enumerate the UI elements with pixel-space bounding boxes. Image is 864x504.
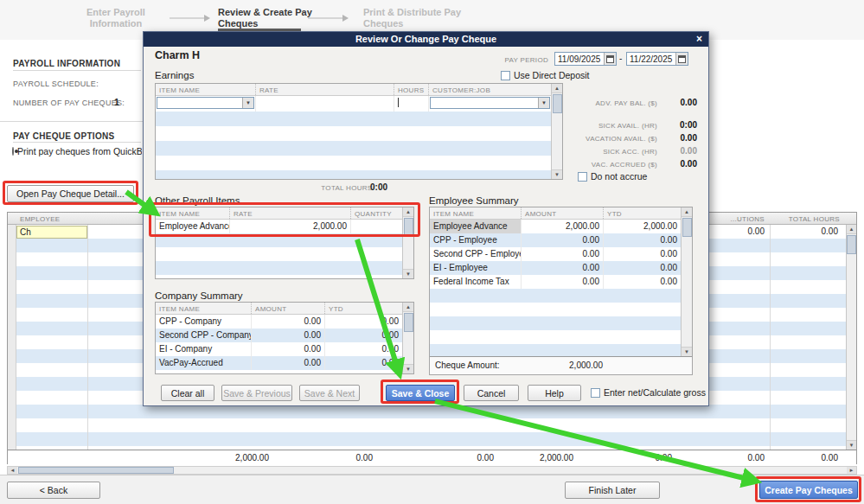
hours-column-header[interactable]: HOURS	[394, 84, 428, 95]
calendar-icon[interactable]	[675, 53, 688, 65]
quantity-cell[interactable]	[350, 220, 402, 233]
company-summary-row[interactable]: CPP - Company 0.00 0.00	[156, 315, 402, 329]
calendar-icon[interactable]	[604, 53, 616, 65]
scroll-up-icon[interactable]: ▲	[552, 84, 562, 93]
employee-summary-scrollbar[interactable]: ▲ ▼	[681, 207, 692, 356]
other-payroll-row[interactable]: Employee Advance 2,000.00	[156, 220, 402, 233]
ytd-column-header[interactable]: YTD	[603, 207, 681, 219]
checkbox-icon	[578, 172, 587, 182]
text-caret	[398, 98, 399, 107]
rate-cell[interactable]: 2,000.00	[229, 220, 350, 233]
employee-name-cell[interactable]: Ch	[16, 226, 87, 239]
use-direct-deposit-checkbox[interactable]: Use Direct Deposit	[501, 70, 590, 80]
scrollbar-thumb[interactable]	[682, 218, 692, 237]
pay-period-end-input[interactable]: 11/22/2025	[626, 52, 688, 66]
employee-summary-empty-row[interactable]	[430, 330, 681, 344]
num-pay-cheques-value: 1	[114, 97, 119, 107]
do-not-accrue-checkbox[interactable]: Do not accrue	[578, 171, 647, 182]
back-button[interactable]: < Back	[7, 482, 100, 499]
amount-column-header[interactable]: AMOUNT	[521, 207, 603, 219]
employee-column-header[interactable]: EMPLOYEE	[20, 215, 60, 223]
company-summary-row[interactable]: VacPay-Accrued 0.00 0.00	[156, 356, 402, 370]
item-name-column-header[interactable]: ITEM NAME	[156, 207, 229, 219]
scroll-down-icon[interactable]: ▼	[403, 364, 413, 373]
enter-net-calculate-gross-checkbox[interactable]: Enter net/Calculate gross	[591, 387, 706, 398]
scroll-up-icon[interactable]: ▲	[847, 225, 856, 234]
other-payroll-scrollbar[interactable]: ▲ ▼	[402, 207, 413, 278]
employee-summary-row[interactable]: CPP - Employee 0.00 0.00	[430, 233, 681, 247]
earnings-empty-row[interactable]	[156, 126, 551, 141]
scroll-left-icon[interactable]: ◄	[8, 467, 17, 474]
customer-job-column-header[interactable]: CUSTOMER:JOB	[428, 84, 551, 95]
scroll-down-icon[interactable]: ▼	[403, 269, 413, 278]
scroll-down-icon[interactable]: ▼	[847, 440, 856, 450]
rate-cell[interactable]	[255, 96, 394, 112]
checkbox-icon	[591, 388, 600, 398]
ytd-column-header[interactable]: YTD	[324, 303, 402, 314]
cancel-button[interactable]: Cancel	[464, 385, 519, 401]
scroll-down-icon[interactable]: ▼	[552, 169, 562, 179]
company-summary-row[interactable]: EI - Company 0.00 0.00	[156, 342, 402, 356]
pay-period-end-value: 11/22/2025	[627, 54, 675, 64]
sick-avail-line: SICK AVAIL. (HR) 0:00	[552, 120, 697, 130]
employee-summary-empty-row[interactable]	[430, 289, 681, 303]
amount-column-header[interactable]: AMOUNT	[251, 303, 324, 314]
employee-summary-row[interactable]: Second CPP - Employee 0.00 0.00	[430, 247, 681, 261]
scroll-down-icon[interactable]: ▼	[682, 347, 692, 356]
scrollbar-thumb[interactable]	[847, 235, 856, 254]
earnings-entry-row[interactable]: ▼ ▼	[156, 96, 551, 112]
sick-avail-value: 0:00	[657, 120, 697, 130]
item-name-column-header[interactable]: ITEM NAME	[430, 207, 521, 219]
item-name-cell[interactable]: Employee Advance	[156, 220, 229, 233]
save-and-close-button[interactable]: Save & Close	[386, 385, 455, 401]
scroll-up-icon[interactable]: ▲	[403, 207, 413, 217]
hours-cell[interactable]	[394, 96, 428, 112]
company-summary-scrollbar[interactable]: ▲ ▼	[402, 303, 413, 373]
earnings-empty-row[interactable]	[156, 112, 551, 126]
employee-table-scrollbar[interactable]: ▲ ▼	[846, 225, 856, 450]
chevron-down-icon[interactable]: ▼	[242, 98, 253, 108]
scrollbar-thumb[interactable]	[404, 218, 413, 237]
dialog-titlebar[interactable]: Review Or Change Pay Cheque ×	[144, 32, 708, 47]
employee-summary-row[interactable]: EI - Employee 0.00 0.00	[430, 261, 681, 275]
pay-period-start-input[interactable]: 11/09/2025	[554, 52, 617, 66]
finish-later-button[interactable]: Finish Later	[565, 482, 660, 499]
earnings-empty-row[interactable]	[156, 141, 551, 156]
rate-column-header[interactable]: RATE	[255, 84, 394, 95]
employee-table-hscrollbar[interactable]: ◄ ►	[7, 466, 857, 475]
employee-summary-empty-row[interactable]	[430, 316, 681, 330]
save-previous-button[interactable]: Save & Previous	[221, 385, 292, 401]
total-hours-column-header[interactable]: TOTAL HOURS	[772, 215, 840, 223]
chevron-down-icon[interactable]: ▼	[538, 98, 549, 108]
employee-summary-row[interactable]: Federal Income Tax 0.00 0.00	[430, 275, 681, 289]
earnings-empty-row[interactable]	[156, 156, 551, 170]
create-pay-cheques-button[interactable]: Create Pay Cheques	[759, 481, 858, 499]
help-button[interactable]: Help	[528, 385, 581, 401]
adv-pay-bal-label: ADV. PAY BAL. ($)	[552, 98, 657, 107]
scroll-up-icon[interactable]: ▲	[403, 303, 413, 312]
scroll-up-icon[interactable]: ▲	[682, 207, 692, 217]
scrollbar-thumb[interactable]	[18, 467, 174, 474]
rate-column-header[interactable]: RATE	[229, 207, 350, 219]
save-next-button[interactable]: Save & Next	[299, 385, 360, 401]
company-summary-row[interactable]: Second CPP - Company 0.00 0.00	[156, 329, 402, 342]
other-payroll-empty-row[interactable]	[156, 247, 402, 261]
other-payroll-empty-row[interactable]	[156, 233, 402, 247]
earnings-empty-row[interactable]	[156, 170, 551, 180]
item-name-column-header[interactable]: ITEM NAME	[156, 303, 251, 314]
scroll-right-icon[interactable]: ►	[847, 467, 856, 474]
print-pay-cheques-radio[interactable]: Print pay cheques from QuickBoo	[12, 146, 142, 156]
clear-all-button[interactable]: Clear all	[161, 385, 214, 401]
employee-summary-header: ITEM NAME AMOUNT YTD	[430, 207, 681, 220]
vac-accrued-line: VAC. ACCRUED ($) 0.00	[552, 159, 697, 169]
scrollbar-thumb[interactable]	[404, 313, 413, 332]
close-icon[interactable]: ×	[696, 32, 702, 47]
other-payroll-empty-row[interactable]	[156, 261, 402, 275]
customer-job-combo[interactable]: ▼	[430, 97, 550, 109]
quantity-column-header[interactable]: QUANTITY	[350, 207, 402, 219]
open-pay-cheque-detail-button[interactable]: Open Pay Cheque Detail...	[7, 185, 134, 202]
employee-summary-row[interactable]: Employee Advance 2,000.00 2,000.00	[430, 220, 681, 233]
item-name-combo[interactable]: ▼	[157, 97, 254, 109]
employee-summary-empty-row[interactable]	[430, 303, 681, 316]
item-name-column-header[interactable]: ITEM NAME	[156, 84, 255, 95]
